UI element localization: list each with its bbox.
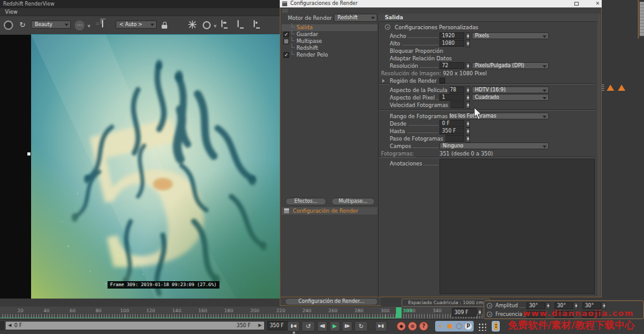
tree-item-redshift[interactable]: Redshift <box>282 45 377 52</box>
multipass-button[interactable]: Multipase... <box>331 198 375 205</box>
playhead-marker[interactable] <box>396 307 402 318</box>
annotations-textarea[interactable] <box>439 159 595 294</box>
range-slider-button[interactable] <box>0 321 4 330</box>
resolution-input[interactable]: 72 <box>439 62 464 69</box>
section-title: Salida <box>385 14 403 21</box>
film-aspect-spinner[interactable] <box>466 86 470 94</box>
pixel-aspect-spinner[interactable] <box>466 94 470 101</box>
resolution-unit-dropdown[interactable]: Pixels/Pulgada (DPI) <box>472 62 549 69</box>
frame-rate-spinner[interactable] <box>466 101 470 109</box>
pixel-aspect-input[interactable]: 1 <box>439 94 464 101</box>
goto-start-button[interactable]: ▮◀ <box>287 321 300 332</box>
aov-beauty-dropdown[interactable]: Beauty <box>31 21 71 29</box>
record-scale-toggle[interactable]: ■ <box>446 322 454 330</box>
range-slider[interactable]: ◀ 0 F 350 F ▶ <box>5 321 265 330</box>
display-monitor2-icon[interactable] <box>237 21 239 30</box>
color-chevron-icon[interactable]: ▼ <box>213 21 218 30</box>
render-settings-button[interactable]: Configuración de Render... <box>285 298 378 305</box>
ruler-tick-label: 20 <box>17 308 24 313</box>
tree-checkbox[interactable] <box>283 39 289 44</box>
attribute-circle-icon[interactable] <box>385 24 390 30</box>
ruler-tick-label: 300 <box>380 308 389 313</box>
warning-icon[interactable] <box>618 85 625 91</box>
expander-icon[interactable] <box>382 79 385 83</box>
field-label: Paso de Fotogramas <box>390 135 445 142</box>
dialog-scrollbar[interactable] <box>597 14 600 296</box>
render-region-checkbox[interactable] <box>439 78 445 83</box>
crop-region-icon[interactable] <box>102 21 103 30</box>
to-frame-spinner[interactable] <box>466 128 470 135</box>
lock-icon[interactable] <box>160 21 169 30</box>
frame-step-spinner[interactable] <box>466 135 470 142</box>
tree-item-multipase[interactable]: Multipase <box>282 38 377 45</box>
field-label: Hasta <box>390 128 407 135</box>
current-frame-spinner[interactable] <box>477 308 482 316</box>
tree-checkbox[interactable]: ✓ <box>283 32 289 37</box>
previous-frame-button[interactable]: ◀▮ <box>317 321 328 332</box>
point-level-animation-icon[interactable] <box>477 322 486 331</box>
effects-button[interactable]: Efectos... <box>285 198 326 205</box>
render-settings-item[interactable]: Configuración de Render <box>282 207 377 215</box>
snowflake-icon[interactable] <box>188 21 196 30</box>
display-monitor3-icon[interactable] <box>254 21 255 30</box>
dots-menu-icon[interactable]: ⋯ <box>75 21 85 30</box>
pixel-aspect-dropdown[interactable]: Cuadrado <box>472 94 549 101</box>
film-aspect-dropdown[interactable]: HDTV (16:9) <box>472 86 549 93</box>
width-spinner[interactable] <box>466 32 470 40</box>
loop-button[interactable]: ↻ <box>354 321 368 332</box>
record-rotation-toggle[interactable]: ◯ <box>455 322 463 330</box>
row-velocidad: Velocidad Fotogramas 30 <box>379 101 596 109</box>
from-frame-input[interactable]: 0 F <box>439 120 464 127</box>
height-spinner[interactable] <box>466 40 470 47</box>
range-left-handle-icon[interactable]: ◀ <box>8 322 11 330</box>
splitter-handle[interactable] <box>27 152 30 155</box>
fields-dropdown[interactable]: Ninguno <box>439 142 549 149</box>
motor-label: Motor de Render <box>288 15 332 21</box>
render-engine-dropdown[interactable]: Redshift <box>334 14 377 22</box>
keyframe-bar-icon[interactable] <box>492 321 500 332</box>
tree-item-render-pelo[interactable]: ✓ Render Pelo <box>282 52 377 58</box>
warning-icon[interactable] <box>607 85 614 91</box>
dots-menu-chevron-icon[interactable]: ▼ <box>86 21 91 30</box>
play-button[interactable]: ▶ <box>329 321 340 332</box>
frame-info-badge: Frame 309: 2019-01-18 09:23:09 (27.6%) <box>108 281 219 289</box>
record-parameter-toggle[interactable]: P <box>465 323 472 330</box>
menu-view[interactable]: View <box>0 8 22 16</box>
goto-end-button[interactable]: ▶▮ <box>375 321 387 332</box>
resolution-spinner[interactable] <box>466 62 470 70</box>
render-viewport[interactable]: 5 <box>31 35 280 299</box>
row-resolucion: Resolución 72 Pixels/Pulgada (DPI) <box>379 62 596 70</box>
dialog-titlebar[interactable]: Configuraciones de Render ✕ <box>280 0 602 7</box>
color-circle-icon[interactable] <box>203 21 211 29</box>
width-input[interactable]: 1920 <box>439 32 464 39</box>
range-right-handle-icon[interactable]: ▶ <box>259 322 262 330</box>
close-icon[interactable]: ✕ <box>596 0 600 7</box>
from-frame-spinner[interactable] <box>466 120 470 128</box>
record-keyframe-button[interactable]: ◆ <box>397 322 406 331</box>
scrollbar[interactable] <box>640 2 644 36</box>
next-frame-button[interactable]: ▮▶ <box>342 321 352 332</box>
width-unit-dropdown[interactable]: Pixels <box>472 32 549 39</box>
group-divider <box>379 109 595 111</box>
compare-icon: ≡ <box>94 21 101 30</box>
play-reverse-button[interactable]: ↺ <box>301 321 315 332</box>
keyframe-selection-button[interactable]: ? <box>419 322 428 331</box>
display-monitor-icon[interactable] <box>221 21 223 30</box>
to-frame-input[interactable]: 350 F <box>439 128 464 134</box>
tree-item-guardar[interactable]: ✓ Guardar <box>282 31 377 38</box>
autokey-button[interactable]: ⊙ <box>408 322 417 331</box>
render-start-icon[interactable] <box>4 21 13 30</box>
tree-item-salida[interactable]: Salida <box>282 24 377 31</box>
record-position-toggle[interactable]: + <box>436 322 444 330</box>
tree-twig <box>292 50 295 55</box>
row-desde: Desde 0 F <box>379 120 596 128</box>
snapshot-auto-dropdown[interactable]: < Auto > <box>116 21 157 29</box>
attribute-circle-icon[interactable] <box>487 312 492 317</box>
maximize-icon[interactable] <box>574 2 579 6</box>
current-frame-field[interactable]: 309 F <box>452 308 477 317</box>
refresh-icon[interactable]: ↻ <box>17 21 27 30</box>
frame-range-dropdown[interactable]: Todos los Fotogramas <box>439 113 549 119</box>
attribute-circle-icon[interactable] <box>487 303 492 308</box>
height-input[interactable]: 1080 <box>439 40 464 47</box>
tree-checkbox[interactable]: ✓ <box>283 52 289 58</box>
